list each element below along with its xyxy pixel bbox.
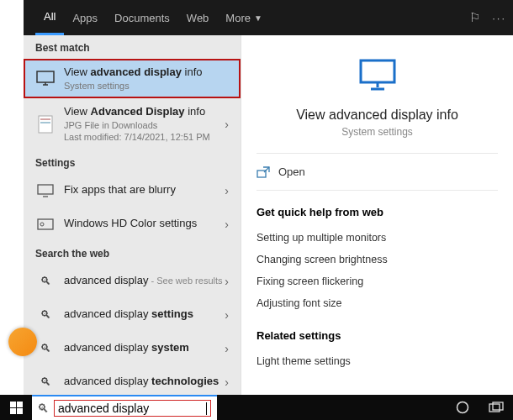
monitor-icon [359, 59, 396, 96]
result-title: advanced display technologies [64, 375, 225, 389]
result-detail-panel: View advanced display info System settin… [241, 35, 513, 395]
help-link[interactable]: Adjusting font size [256, 292, 498, 314]
help-link[interactable]: Fixing screen flickering [256, 270, 498, 292]
text-cursor [206, 402, 207, 415]
search-icon: 🔍︎ [35, 339, 56, 359]
search-input[interactable] [58, 402, 205, 415]
monitor-icon [35, 69, 56, 89]
result-title: advanced display - See web results [64, 274, 225, 288]
chevron-right-icon: › [225, 275, 229, 288]
svg-rect-17 [10, 402, 16, 407]
search-icon: 🔍︎ [35, 372, 56, 392]
svg-point-21 [457, 402, 468, 413]
result-web-2[interactable]: 🔍︎ advanced display settings › [24, 298, 241, 332]
search-icon: 🔍︎ [35, 305, 56, 325]
result-title: advanced display settings [64, 307, 225, 322]
detail-title: View advanced display info [256, 108, 498, 123]
section-search-web: Search the web [24, 241, 241, 265]
result-subtitle: JPG File in Downloads [64, 119, 225, 131]
chevron-right-icon: › [225, 308, 229, 322]
chevron-right-icon: › [225, 184, 229, 197]
svg-rect-19 [10, 408, 16, 414]
result-subtitle: System settings [64, 80, 229, 92]
cortana-button[interactable] [446, 395, 479, 420]
result-best-match-1[interactable]: View advanced display info System settin… [24, 59, 241, 98]
tab-more[interactable]: More▼ [217, 0, 271, 35]
chevron-down-icon: ▼ [254, 13, 262, 23]
tab-all[interactable]: All [35, 0, 64, 35]
file-icon [35, 114, 56, 134]
help-link[interactable]: Changing screen brightness [256, 249, 498, 270]
result-web-3[interactable]: 🔍︎ advanced display system › [24, 332, 241, 365]
search-filter-tabs: All Apps Documents Web More▼ ⚐ ··· [24, 0, 513, 35]
result-title: advanced display system [64, 341, 225, 355]
result-title: View Advanced Display info [64, 105, 225, 119]
chevron-right-icon: › [225, 118, 229, 131]
task-view-button[interactable] [479, 395, 513, 420]
svg-rect-6 [38, 185, 53, 194]
open-icon [256, 166, 270, 178]
help-link[interactable]: Setting up multiple monitors [256, 227, 498, 249]
chevron-right-icon: › [225, 218, 229, 231]
taskbar-search[interactable]: 🔍︎ [32, 395, 217, 420]
open-action[interactable]: Open [256, 154, 498, 191]
tab-web[interactable]: Web [178, 0, 218, 35]
result-settings-2[interactable]: Windows HD Color settings › [24, 207, 241, 241]
tab-documents[interactable]: Documents [106, 0, 178, 35]
notification-badge-icon[interactable] [8, 328, 37, 356]
monitor-icon [35, 181, 56, 201]
result-title: Windows HD Color settings [64, 217, 225, 231]
result-title: View advanced display info [64, 66, 229, 80]
section-best-match: Best match [24, 35, 241, 59]
related-link[interactable]: Light theme settings [256, 350, 498, 372]
feedback-icon[interactable]: ⚐ [469, 10, 480, 25]
section-settings: Settings [24, 150, 241, 174]
svg-rect-12 [361, 60, 394, 82]
search-icon: 🔍︎ [35, 271, 56, 291]
tab-apps[interactable]: Apps [64, 0, 106, 35]
more-options-icon[interactable]: ··· [492, 12, 506, 24]
result-title: Fix apps that are blurry [64, 183, 225, 197]
taskbar: 🔍︎ [0, 395, 513, 420]
svg-rect-4 [40, 118, 50, 120]
search-results-panel: Best match View advanced display info Sy… [24, 35, 241, 395]
related-section-label: Related settings [256, 329, 498, 342]
hdcolor-icon [35, 214, 56, 234]
svg-point-9 [40, 223, 44, 226]
start-button[interactable] [0, 395, 32, 420]
result-subtitle-2: Last modified: 7/14/2021, 12:51 PM [64, 131, 225, 143]
result-web-4[interactable]: 🔍︎ advanced display technologies › [24, 365, 241, 395]
search-icon: 🔍︎ [37, 402, 49, 415]
svg-rect-18 [17, 402, 23, 407]
result-best-match-2[interactable]: View Advanced Display info JPG File in D… [24, 98, 241, 150]
svg-line-16 [264, 167, 269, 172]
detail-subtitle: System settings [256, 126, 498, 138]
chevron-right-icon: › [225, 375, 229, 389]
result-web-1[interactable]: 🔍︎ advanced display - See web results › [24, 265, 241, 298]
svg-rect-5 [40, 122, 50, 123]
svg-rect-0 [37, 71, 54, 82]
chevron-right-icon: › [225, 342, 229, 355]
help-section-label: Get quick help from web [256, 206, 498, 218]
result-settings-1[interactable]: Fix apps that are blurry › [24, 174, 241, 207]
svg-rect-20 [17, 408, 23, 414]
